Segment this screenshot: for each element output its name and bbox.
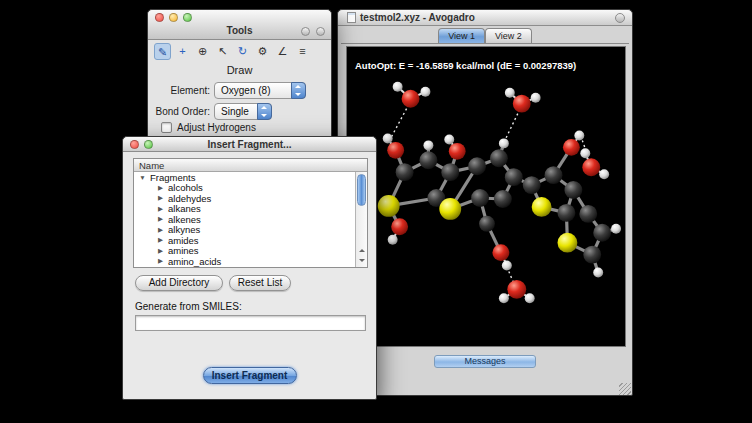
add-directory-button[interactable]: Add Directory (135, 275, 223, 291)
adjust-hydrogens-row: Adjust Hydrogens (161, 122, 256, 133)
toolbar-toggle-button[interactable] (615, 13, 625, 23)
close-button[interactable] (130, 140, 139, 149)
fragment-item-label: alkenes (168, 214, 201, 225)
fragment-list-scrollbar[interactable] (355, 172, 367, 267)
dock-float-button[interactable] (301, 27, 310, 36)
auto-rotate-tool-icon[interactable]: ↻ (234, 43, 251, 60)
bond-centric-tool-icon[interactable]: ⊕ (194, 43, 211, 60)
fragment-item-alkynes[interactable]: ▶ alkynes (134, 225, 367, 236)
adjust-hydrogens-checkbox[interactable] (161, 122, 172, 133)
auto-optimize-tool-icon[interactable]: ⚙ (254, 43, 271, 60)
bond-order-row: Bond Order: Single (148, 103, 331, 120)
smiles-input[interactable] (135, 315, 366, 331)
hydrogen-bond-dotted-lines (392, 109, 589, 284)
minimize-button[interactable] (169, 13, 178, 22)
disclosure-collapsed-icon[interactable]: ▶ (156, 257, 165, 265)
close-button[interactable] (155, 13, 164, 22)
tool-selector-toolbar: ✎ + ⊕ ↖ ↻ ⚙ ∠ ≡ (154, 43, 311, 60)
disclosure-expanded-icon[interactable]: ▼ (138, 174, 147, 181)
fragment-item-label: amino_acids (168, 256, 221, 267)
dropdown-stepper-icon (257, 103, 272, 120)
fragment-tree-list[interactable]: Name ▼ Fragments ▶ alcohols ▶ aldehydes … (133, 158, 368, 268)
selection-tool-icon[interactable]: ↖ (214, 43, 231, 60)
tab-view-2[interactable]: View 2 (485, 28, 532, 43)
disclosure-collapsed-icon[interactable]: ▶ (156, 247, 165, 255)
fragment-tree-root[interactable]: ▼ Fragments (134, 172, 367, 183)
molecule-render (347, 47, 625, 346)
main-window-title: testmol2.xyz - Avogadro (360, 12, 475, 23)
fragment-item-label: aldehydes (168, 193, 211, 204)
fragment-item-alcohols[interactable]: ▶ alcohols (134, 183, 367, 194)
dock-buttons (301, 27, 325, 36)
dock-close-button[interactable] (316, 27, 325, 36)
fragment-item-label: alkynes (168, 224, 200, 235)
molecule-viewport[interactable]: AutoOpt: E = -16.5859 kcal/mol (dE = 0.0… (346, 46, 626, 347)
scrollbar-thumb[interactable] (357, 174, 366, 206)
disclosure-collapsed-icon[interactable]: ▶ (156, 184, 165, 192)
dropdown-stepper-icon (291, 82, 306, 99)
messages-button[interactable]: Messages (434, 355, 536, 368)
resize-grip[interactable] (619, 383, 631, 395)
fragment-item-amines[interactable]: ▶ amines (134, 246, 367, 257)
fragment-window-titlebar[interactable]: Insert Fragment... (123, 137, 376, 152)
tab-view-1[interactable]: View 1 (438, 28, 485, 43)
bond-order-select-value: Single (221, 106, 249, 117)
main-window-titlebar[interactable]: testmol2.xyz - Avogadro (338, 10, 632, 26)
bond-order-select[interactable]: Single (214, 103, 272, 120)
fragment-item-aldehydes[interactable]: ▶ aldehydes (134, 193, 367, 204)
disclosure-collapsed-icon[interactable]: ▶ (156, 194, 165, 202)
element-label: Element: (148, 82, 210, 99)
navigate-tool-icon[interactable]: + (174, 43, 191, 60)
fragment-item-label: alcohols (168, 182, 203, 193)
insert-fragment-window: Insert Fragment... Name ▼ Fragments ▶ al… (122, 136, 377, 400)
fragment-traffic-lights (130, 140, 153, 149)
element-select[interactable]: Oxygen (8) (214, 82, 306, 99)
zoom-button[interactable] (144, 140, 153, 149)
insert-fragment-button[interactable]: Insert Fragment (203, 367, 297, 384)
fragment-item-label: amides (168, 235, 199, 246)
view-tabbar: View 1 View 2 (338, 28, 632, 43)
disclosure-collapsed-icon[interactable]: ▶ (156, 226, 165, 234)
draw-section-label: Draw (148, 64, 331, 76)
fragment-item-amides[interactable]: ▶ amides (134, 235, 367, 246)
disclosure-collapsed-icon[interactable]: ▶ (156, 215, 165, 223)
fragment-item-amino-acids[interactable]: ▶ amino_acids (134, 256, 367, 267)
fragment-item-alkenes[interactable]: ▶ alkenes (134, 214, 367, 225)
avogadro-main-window: testmol2.xyz - Avogadro View 1 View 2 (337, 9, 633, 396)
tools-window-titlebar[interactable]: Tools (148, 10, 331, 40)
fragment-item-label: alkanes (168, 203, 201, 214)
element-row: Element: Oxygen (8) (148, 82, 331, 99)
scroll-up-button[interactable] (356, 247, 367, 256)
adjust-hydrogens-label: Adjust Hydrogens (177, 122, 256, 133)
main-window-content: View 1 View 2 (338, 26, 632, 396)
fragment-item-alkanes[interactable]: ▶ alkanes (134, 204, 367, 215)
element-select-value: Oxygen (8) (221, 85, 270, 96)
desktop: testmol2.xyz - Avogadro View 1 View 2 (0, 0, 752, 423)
scroll-down-button[interactable] (356, 256, 367, 265)
fragment-item-label: amines (168, 245, 199, 256)
list-column-header[interactable]: Name (134, 159, 367, 172)
tab-pane-border (341, 43, 629, 44)
molecule-atoms (378, 82, 621, 303)
fragment-window-title: Insert Fragment... (208, 139, 292, 150)
bond-order-label: Bond Order: (148, 103, 210, 120)
disclosure-collapsed-icon[interactable]: ▶ (156, 205, 165, 213)
fragment-root-label: Fragments (150, 172, 195, 183)
zoom-button[interactable] (183, 13, 192, 22)
draw-tool-icon[interactable]: ✎ (154, 43, 171, 60)
autoopt-status-text: AutoOpt: E = -16.5859 kcal/mol (dE = 0.0… (355, 60, 576, 71)
tools-traffic-lights (155, 13, 192, 22)
measure-tool-icon[interactable]: ∠ (274, 43, 291, 60)
smiles-label: Generate from SMILES: (135, 301, 242, 312)
reset-list-button[interactable]: Reset List (229, 275, 291, 291)
document-proxy-icon (347, 12, 356, 23)
disclosure-collapsed-icon[interactable]: ▶ (156, 236, 165, 244)
align-tool-icon[interactable]: ≡ (294, 43, 311, 60)
